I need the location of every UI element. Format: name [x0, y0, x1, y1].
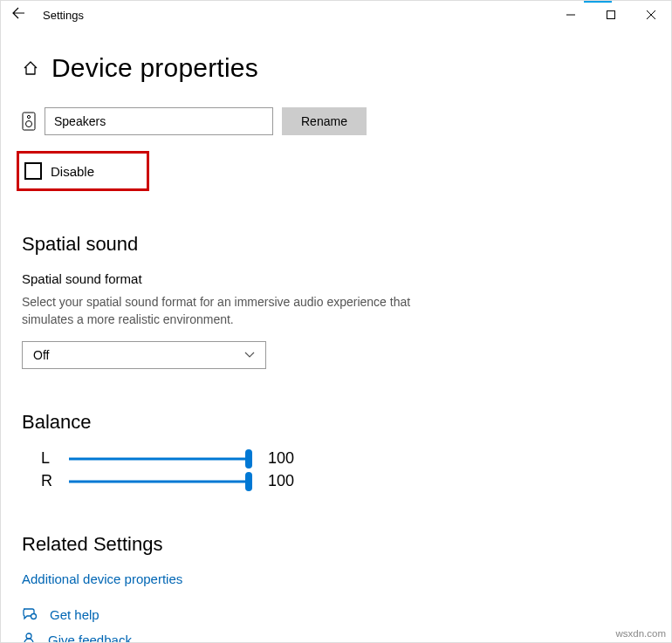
disable-label: Disable: [51, 164, 94, 179]
home-icon[interactable]: [22, 59, 39, 77]
balance-right-label: R: [41, 472, 53, 490]
svg-rect-0: [607, 11, 615, 19]
minimize-icon: [566, 10, 575, 19]
window-title: Settings: [43, 9, 84, 22]
watermark: wsxdn.com: [615, 628, 666, 639]
svg-point-5: [26, 633, 31, 639]
balance-right-value: 100: [268, 472, 294, 490]
maximize-icon: [607, 10, 615, 19]
arrow-left-icon: [11, 6, 25, 20]
svg-point-2: [27, 115, 30, 118]
svg-point-3: [26, 121, 32, 127]
speaker-icon: [22, 112, 36, 131]
get-help-link[interactable]: Get help: [50, 607, 99, 622]
balance-right-slider[interactable]: [69, 472, 252, 491]
chevron-down-icon: [244, 349, 255, 361]
give-feedback-link[interactable]: Give feedback: [48, 633, 132, 643]
titlebar: Settings: [1, 1, 671, 29]
disable-highlight: Disable: [17, 151, 149, 191]
spatial-sound-format-label: Spatial sound format: [22, 271, 647, 286]
balance-left-label: L: [41, 449, 53, 468]
feedback-icon: [22, 633, 36, 643]
rename-button[interactable]: Rename: [282, 107, 367, 135]
balance-heading: Balance: [22, 411, 647, 434]
spatial-sound-heading: Spatial sound: [22, 233, 647, 256]
balance-left-value: 100: [268, 449, 294, 468]
close-button[interactable]: [631, 1, 671, 29]
page-heading-row: Device properties: [22, 53, 647, 83]
spatial-sound-description: Select your spatial sound format for an …: [22, 293, 423, 329]
close-icon: [647, 10, 655, 19]
spatial-sound-selected: Off: [33, 348, 49, 362]
minimize-button[interactable]: [551, 1, 591, 29]
chat-help-icon: [22, 607, 38, 621]
balance-left-slider[interactable]: [69, 449, 252, 469]
spatial-sound-select[interactable]: Off: [22, 341, 266, 369]
device-name-input[interactable]: [45, 107, 273, 135]
additional-device-properties-link[interactable]: Additional device properties: [22, 571, 182, 586]
disable-checkbox[interactable]: [24, 162, 42, 180]
page-title: Device properties: [51, 53, 258, 83]
back-button[interactable]: [11, 6, 36, 24]
maximize-button[interactable]: [591, 1, 631, 29]
svg-point-4: [31, 614, 37, 619]
related-settings-heading: Related Settings: [22, 533, 647, 556]
